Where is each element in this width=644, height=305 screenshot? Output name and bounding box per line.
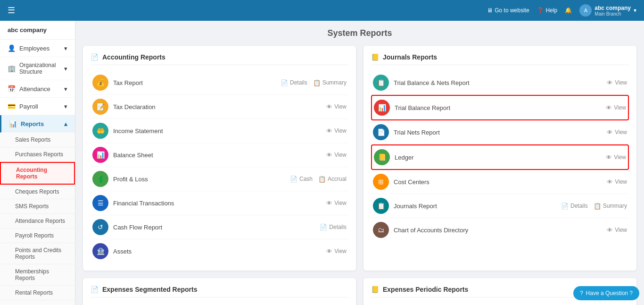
sidebar-item-reports[interactable]: 📊 Reports ▴ bbox=[0, 115, 75, 133]
balance-sheet-icon: 📊 bbox=[92, 147, 108, 163]
view-icon: 👁 bbox=[607, 178, 613, 186]
tax-declaration-icon: 📝 bbox=[92, 99, 108, 115]
report-item-trial-nets-report[interactable]: 📄 Trial Nets Report 👁View bbox=[371, 120, 629, 144]
profit-loss-cash-btn[interactable]: 📄Cash bbox=[290, 176, 313, 183]
report-item-expenses-by-category[interactable]: 📊 Expenses by Category 📄Details 📋Summary bbox=[91, 303, 348, 305]
report-item-daily-expenses[interactable]: 📅 Daily Expenses 📄Details 📋Summary bbox=[371, 303, 629, 305]
profit-loss-accrual-btn[interactable]: 📋Accrual bbox=[318, 176, 347, 183]
trial-balance-nets-view-btn[interactable]: 👁View bbox=[607, 79, 627, 86]
trial-balance-nets-icon: 📋 bbox=[373, 75, 389, 91]
company-name: abc company bbox=[594, 5, 631, 11]
top-nav-right: 🖥 Go to website ❓ Help 🔔 A abc company M… bbox=[487, 4, 636, 17]
help-btn[interactable]: ❓ Help bbox=[537, 7, 558, 14]
report-item-cash-flow[interactable]: ↺ Cash Flow Report 📄Details bbox=[91, 215, 348, 239]
expenses-segmented-title: 📄 Expenses Segmented Reports bbox=[91, 286, 348, 297]
hamburger-menu[interactable]: ☰ bbox=[8, 5, 15, 16]
sidebar-subitem-memberships-reports[interactable]: Memberships Reports bbox=[0, 264, 75, 286]
report-item-income-statement[interactable]: 🤲 Income Statement 👁View bbox=[91, 119, 348, 143]
tax-report-summary-btn[interactable]: 📋Summary bbox=[313, 79, 347, 86]
go-to-website-btn[interactable]: 🖥 Go to website bbox=[487, 7, 529, 14]
ledger-actions: 👁View bbox=[606, 154, 626, 161]
sidebar-subitem-points-credits-reports[interactable]: Points and Credits Reports bbox=[0, 243, 75, 264]
balance-sheet-actions: 👁View bbox=[326, 152, 347, 159]
trial-nets-view-btn[interactable]: 👁View bbox=[607, 129, 627, 136]
chart-of-accounts-view-btn[interactable]: 👁View bbox=[607, 227, 627, 234]
sidebar-subitem-accounting-reports[interactable]: Accounting Reports bbox=[0, 162, 75, 185]
have-question-label: Have a Question ? bbox=[586, 290, 633, 297]
view-icon: 👁 bbox=[326, 127, 332, 135]
tax-declaration-actions: 👁View bbox=[326, 103, 347, 110]
journals-reports-title: 📒 Journals Reports bbox=[371, 53, 629, 65]
tax-report-icon: 💰 bbox=[92, 75, 108, 91]
sidebar-subitem-rental-reports[interactable]: Rental Reports bbox=[0, 286, 75, 300]
balance-sheet-view-btn[interactable]: 👁View bbox=[326, 152, 347, 159]
notification-btn[interactable]: 🔔 bbox=[565, 7, 572, 14]
sidebar-item-employees[interactable]: 👤 Employees ▾ bbox=[0, 40, 75, 57]
report-item-tax-declaration[interactable]: 📝 Tax Declaration 👁View bbox=[91, 95, 348, 119]
income-statement-view-btn[interactable]: 👁View bbox=[326, 127, 347, 135]
report-item-assets[interactable]: 🏦 Assets 👁View bbox=[91, 239, 348, 263]
details-icon: 📄 bbox=[561, 203, 569, 210]
cash-flow-details-btn[interactable]: 📄Details bbox=[320, 224, 347, 231]
financial-transactions-actions: 👁View bbox=[326, 200, 347, 207]
accounting-reports-card: 📄 Accounting Reports 💰 Tax Report 📄Detai… bbox=[83, 46, 356, 271]
bell-icon: 🔔 bbox=[565, 7, 572, 14]
sidebar-item-label: Organizational Structure bbox=[19, 62, 64, 75]
chevron-right-icon: ▾ bbox=[64, 65, 67, 72]
sidebar-item-label: Reports bbox=[21, 120, 44, 127]
top-navigation: ☰ 🖥 Go to website ❓ Help 🔔 A abc company… bbox=[0, 0, 644, 21]
user-profile-btn[interactable]: A abc company Main Branch ▾ bbox=[579, 4, 636, 17]
tax-declaration-view-btn[interactable]: 👁View bbox=[326, 103, 347, 110]
report-item-balance-sheet[interactable]: 📊 Balance Sheet 👁View bbox=[91, 143, 348, 167]
journals-report-summary-btn[interactable]: 📋Summary bbox=[594, 203, 627, 210]
trial-balance-report-view-btn[interactable]: 👁View bbox=[606, 104, 626, 111]
report-item-financial-transactions[interactable]: ☰ Financial Transactions 👁View bbox=[91, 191, 348, 215]
sidebar-subitem-purchases-reports[interactable]: Purchases Reports bbox=[0, 147, 75, 162]
org-icon: 🏢 bbox=[8, 65, 16, 72]
sidebar-subitem-cheques-reports[interactable]: Cheques Reports bbox=[0, 185, 75, 199]
payroll-icon: 💳 bbox=[8, 102, 16, 110]
cost-centers-view-btn[interactable]: 👁View bbox=[607, 178, 627, 186]
view-icon: 👁 bbox=[606, 104, 612, 111]
avatar: A bbox=[579, 4, 592, 17]
view-icon: 👁 bbox=[607, 129, 613, 136]
report-item-profit-loss[interactable]: 💲 Profit & Loss 📄Cash 📋Accrual bbox=[91, 167, 348, 191]
chevron-right-icon: ▾ bbox=[64, 85, 67, 93]
report-item-tax-report[interactable]: 💰 Tax Report 📄Details 📋Summary bbox=[91, 71, 348, 95]
sidebar-subitem-sales-reports[interactable]: Sales Reports bbox=[0, 133, 75, 147]
tax-report-details-btn[interactable]: 📄Details bbox=[281, 79, 307, 86]
branch-name: Main Branch bbox=[594, 11, 631, 17]
view-icon: 👁 bbox=[326, 248, 332, 255]
ledger-view-btn[interactable]: 👁View bbox=[606, 154, 626, 161]
assets-actions: 👁View bbox=[326, 248, 347, 255]
journals-reports-card: 📒 Journals Reports 📋 Trial Balance & Net… bbox=[363, 46, 636, 271]
report-item-trial-balance-report[interactable]: 📊 Trial Balance Report 👁View bbox=[371, 95, 629, 120]
top-nav-left: ☰ bbox=[8, 5, 15, 16]
sidebar-item-label: Attendance bbox=[19, 85, 50, 93]
expenses-segmented-icon: 📄 bbox=[91, 286, 99, 293]
chevron-down-icon: ▾ bbox=[634, 7, 636, 14]
attendance-icon: 📅 bbox=[8, 85, 16, 93]
sidebar-subitem-workflow-reports[interactable]: Workflow Reports bbox=[0, 300, 75, 305]
details-icon: 📄 bbox=[281, 79, 288, 86]
have-question-btn[interactable]: ? Have a Question ? bbox=[573, 286, 639, 300]
sidebar-item-label: Employees bbox=[19, 45, 50, 52]
report-item-chart-of-accounts[interactable]: 🗂 Chart of Accounts Directory 👁View bbox=[371, 218, 629, 242]
help-label: Help bbox=[546, 7, 558, 14]
sidebar-item-payroll[interactable]: 💳 Payroll ▾ bbox=[0, 98, 75, 115]
sidebar-item-attendance[interactable]: 📅 Attendance ▾ bbox=[0, 80, 75, 98]
sidebar-subitem-attendance-reports[interactable]: Attendance Reports bbox=[0, 214, 75, 229]
assets-icon: 🏦 bbox=[92, 243, 108, 259]
sidebar-item-org-structure[interactable]: 🏢 Organizational Structure ▾ bbox=[0, 57, 75, 80]
report-item-journals-report[interactable]: 📋 Journals Report 📄Details 📋Summary bbox=[371, 194, 629, 218]
report-item-ledger[interactable]: 📒 Ledger 👁View bbox=[371, 144, 629, 170]
report-item-trial-balance-nets[interactable]: 📋 Trial Balance & Nets Report 👁View bbox=[371, 71, 629, 95]
assets-view-btn[interactable]: 👁View bbox=[326, 248, 347, 255]
journals-report-details-btn[interactable]: 📄Details bbox=[561, 203, 588, 210]
sidebar-subitem-payroll-reports[interactable]: Payroll Reports bbox=[0, 229, 75, 243]
financial-transactions-view-btn[interactable]: 👁View bbox=[326, 200, 347, 207]
expenses-periodic-icon: 📒 bbox=[371, 286, 379, 293]
sidebar-company: abc company bbox=[0, 21, 75, 40]
report-item-cost-centers[interactable]: ⊞ Cost Centers 👁View bbox=[371, 170, 629, 194]
sidebar-subitem-sms-reports[interactable]: SMS Reports bbox=[0, 199, 75, 214]
